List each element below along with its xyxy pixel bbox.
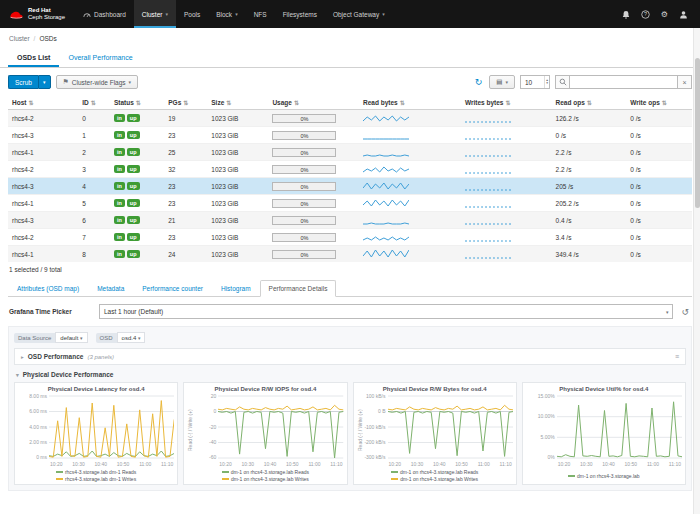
tab-overall-performance[interactable]: Overall Performance bbox=[59, 50, 141, 67]
search-input[interactable] bbox=[570, 75, 678, 89]
column-toggle-button[interactable]: ▤ ▾ bbox=[489, 75, 515, 89]
size-cell: 1023 GiB bbox=[207, 127, 268, 144]
nav-item-filesystems[interactable]: Filesystems bbox=[275, 0, 325, 28]
redhat-brand[interactable]: Red Hat Ceph Storage bbox=[0, 0, 75, 28]
osd-performance-collapsed-row[interactable]: ▸ OSD Performance (3 panels) ≡ bbox=[14, 348, 686, 365]
scrub-button[interactable]: Scrub bbox=[8, 75, 38, 89]
column-header-status[interactable]: Status⇅ bbox=[110, 96, 164, 110]
nav-item-block[interactable]: Block▾ bbox=[208, 0, 245, 28]
row-menu-icon[interactable]: ≡ bbox=[675, 353, 679, 360]
status-badge-in: in bbox=[114, 216, 125, 224]
refresh-button[interactable]: ↻ bbox=[473, 77, 485, 87]
id-cell: 8 bbox=[78, 246, 110, 263]
id-cell: 1 bbox=[78, 127, 110, 144]
time-picker-reset-button[interactable]: ↺ bbox=[679, 307, 691, 317]
status-cell: inup bbox=[110, 229, 164, 246]
scrub-button-group: Scrub ▾ bbox=[8, 75, 51, 89]
cluster-wide-flags-button[interactable]: ⚑ Cluster-wide Flags ▾ bbox=[56, 75, 139, 89]
table-row-osd-1[interactable]: rhcs4-31inup231023 GiB0%0 /s0 /s bbox=[8, 127, 692, 144]
column-header-read-bytes[interactable]: Read bytes⇅ bbox=[359, 96, 461, 110]
column-header-id[interactable]: ID⇅ bbox=[78, 96, 110, 110]
table-row-osd-5[interactable]: rhcs4-15inup231023 GiB0%205.2 /s0 /s bbox=[8, 195, 692, 212]
detail-tab-attributes-osd-map-[interactable]: Attributes (OSD map) bbox=[8, 280, 88, 297]
data-source-select[interactable]: default ▾ bbox=[55, 332, 87, 343]
id-cell: 3 bbox=[78, 161, 110, 178]
nav-item-pools[interactable]: Pools bbox=[176, 0, 208, 28]
chart-title[interactable]: Physical Device R/W IOPS for osd.4 bbox=[187, 386, 343, 392]
x-axis-ticks: 10:2010:3010:4010:5011:0011:10 bbox=[218, 460, 343, 467]
table-row-osd-4[interactable]: rhcs4-34inup231023 GiB0%205 /s0 /s bbox=[8, 178, 692, 195]
host-cell: rhcs4-2 bbox=[8, 229, 78, 246]
nav-item-dashboard[interactable]: Dashboard bbox=[75, 0, 134, 28]
status-cell: inup bbox=[110, 246, 164, 263]
status-badge-in: in bbox=[114, 165, 125, 173]
column-header-host[interactable]: Host⇅ bbox=[8, 96, 78, 110]
vertical-scrollbar[interactable] bbox=[693, 28, 700, 514]
detail-tab-metadata[interactable]: Metadata bbox=[88, 280, 133, 297]
usage-progress-bar: 0% bbox=[272, 250, 336, 259]
column-header-pgs[interactable]: PGs⇅ bbox=[164, 96, 207, 110]
time-picker-select[interactable]: Last 1 hour (Default) ▾ bbox=[99, 304, 673, 319]
flags-button-label: Cluster-wide Flags bbox=[72, 79, 126, 86]
nav-item-cluster[interactable]: Cluster▾ bbox=[134, 0, 176, 28]
column-header-usage[interactable]: Usage⇅ bbox=[268, 96, 359, 110]
table-toolbar: Scrub ▾ ⚑ Cluster-wide Flags ▾ ↻ ▤ ▾ 10 … bbox=[0, 68, 700, 94]
usage-progress-bar: 0% bbox=[272, 182, 336, 191]
legend-item[interactable]: dm-1 on rhcs4-3.storage.lab Writes bbox=[222, 476, 309, 482]
user-icon[interactable] bbox=[679, 10, 688, 19]
legend-item[interactable]: rhcs4-3.storage.lab dm-1 Reads bbox=[56, 469, 136, 475]
column-header-write-ops[interactable]: Write ops⇅ bbox=[626, 96, 692, 110]
legend-item[interactable]: dm-1 on rhcs4-3.storage.lab bbox=[568, 469, 640, 482]
nav-item-object-gateway[interactable]: Object Gateway▾ bbox=[325, 0, 393, 28]
usage-progress-bar: 0% bbox=[272, 233, 336, 242]
legend-item[interactable]: dm-1 on rhcs4-3.storage.lab Reads bbox=[391, 469, 478, 475]
table-row-osd-2[interactable]: rhcs4-12inup251023 GiB0%2.2 /s0 /s bbox=[8, 144, 692, 161]
settings-gear-icon[interactable]: ⚙ bbox=[661, 10, 668, 19]
chart-title[interactable]: Physical Device R/W Bytes for osd.4 bbox=[357, 386, 513, 392]
page-size-input[interactable]: 10 ▴▾ bbox=[520, 75, 550, 89]
id-cell: 6 bbox=[78, 212, 110, 229]
write-bytes-cell bbox=[461, 127, 552, 144]
nav-item-nfs[interactable]: NFS bbox=[246, 0, 275, 28]
brand-text: Red Hat Ceph Storage bbox=[28, 7, 65, 21]
write-bytes-sparkline bbox=[465, 129, 548, 141]
grafana-panel-4: Physical Device Util% for osd.415.00%10.… bbox=[522, 382, 686, 485]
notifications-bell-icon[interactable] bbox=[622, 10, 630, 19]
write-ops-cell: 0 /s bbox=[626, 246, 692, 263]
breadcrumb-cluster-link[interactable]: Cluster bbox=[9, 35, 30, 42]
plot: 10:2010:3010:4010:5011:0011:10 bbox=[557, 394, 682, 467]
host-cell: rhcs4-3 bbox=[8, 178, 78, 195]
table-row-osd-3[interactable]: rhcs4-23inup321023 GiB0%2.2 /s0 /s bbox=[8, 161, 692, 178]
osd-select[interactable]: osd.4 ▾ bbox=[117, 332, 146, 343]
navbar-utilities: ? ⚙ bbox=[622, 0, 700, 28]
host-cell: rhcs4-1 bbox=[8, 195, 78, 212]
tab-osds-list[interactable]: OSDs List bbox=[8, 50, 59, 67]
detail-tab-performance-counter[interactable]: Performance counter bbox=[133, 280, 212, 297]
table-row-osd-7[interactable]: rhcs4-27inup231023 GiB0%3.4 /s0 /s bbox=[8, 229, 692, 246]
scrub-caret-button[interactable]: ▾ bbox=[38, 75, 51, 89]
scrollbar-thumb[interactable] bbox=[695, 58, 700, 208]
sort-icon: ⇅ bbox=[587, 100, 592, 106]
stepper-arrows-icon[interactable]: ▴▾ bbox=[544, 76, 549, 88]
chart-title[interactable]: Physical Device Util% for osd.4 bbox=[526, 386, 682, 392]
table-header-row: Host⇅ID⇅Status⇅PGs⇅Size⇅Usage⇅Read bytes… bbox=[8, 96, 692, 110]
table-row-osd-8[interactable]: rhcs4-18inup241023 GiB0%349.4 /s0 /s bbox=[8, 246, 692, 263]
detail-tab-histogram[interactable]: Histogram bbox=[212, 280, 260, 297]
detail-tab-performance-details[interactable]: Performance Details bbox=[260, 280, 337, 297]
write-bytes-sparkline bbox=[465, 214, 548, 226]
column-header-size[interactable]: Size⇅ bbox=[207, 96, 268, 110]
legend-item[interactable]: dm-1 on rhcs4-3.storage.lab Reads bbox=[222, 469, 309, 475]
column-header-read-ops[interactable]: Read ops⇅ bbox=[552, 96, 627, 110]
column-header-writes-bytes[interactable]: Writes bytes⇅ bbox=[461, 96, 552, 110]
table-row-osd-0[interactable]: rhcs4-20inup191023 GiB0%126.2 /s0 /s bbox=[8, 110, 692, 127]
table-row-osd-6[interactable]: rhcs4-36inup211023 GiB0%0.4 /s0 /s bbox=[8, 212, 692, 229]
chart-plot-area: 15.00%10.00%5.00%0%10:2010:3010:4010:501… bbox=[526, 394, 682, 467]
status-cell: inup bbox=[110, 161, 164, 178]
clear-search-button[interactable]: × bbox=[678, 75, 692, 89]
physical-device-performance-header[interactable]: ▾ Physical Device Performance bbox=[14, 370, 686, 382]
legend-series-name: dm-1 on rhcs4-3.storage.lab Writes bbox=[400, 476, 478, 482]
legend-item[interactable]: dm-1 on rhcs4-3.storage.lab Writes bbox=[391, 476, 478, 482]
help-icon[interactable]: ? bbox=[641, 10, 650, 19]
legend-item[interactable]: rhcs4-3.storage.lab dm-1 Writes bbox=[56, 476, 136, 482]
chart-title[interactable]: Physical Device Latency for osd.4 bbox=[18, 386, 174, 392]
